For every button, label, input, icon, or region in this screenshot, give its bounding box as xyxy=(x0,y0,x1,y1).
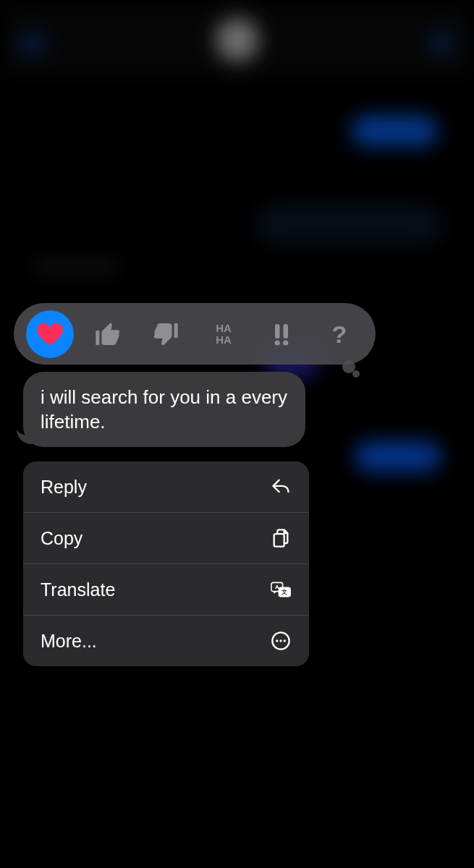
svg-point-3 xyxy=(275,340,280,345)
tapback-bar: HA HA ? xyxy=(14,303,376,365)
copy-docs-icon xyxy=(270,527,292,549)
menu-item-label: Copy xyxy=(41,528,82,549)
svg-point-14 xyxy=(279,639,282,642)
thumbs-down-icon xyxy=(151,320,180,349)
svg-text:A: A xyxy=(275,584,279,590)
menu-item-label: More... xyxy=(41,631,97,652)
svg-point-13 xyxy=(276,639,278,642)
double-exclamation-icon xyxy=(267,320,296,349)
menu-item-label: Reply xyxy=(41,477,87,498)
svg-text:?: ? xyxy=(332,320,347,348)
menu-item-more[interactable]: More... xyxy=(23,615,309,666)
selected-message-bubble[interactable]: i will search for you in a every lifetim… xyxy=(23,372,305,447)
svg-point-15 xyxy=(284,639,286,642)
ellipsis-circle-icon xyxy=(270,630,292,652)
tapback-haha[interactable]: HA HA xyxy=(200,310,247,358)
svg-text:文: 文 xyxy=(281,589,287,595)
svg-rect-2 xyxy=(275,324,280,339)
svg-point-5 xyxy=(283,340,288,345)
svg-text:HA: HA xyxy=(216,333,232,346)
tapback-exclaim[interactable] xyxy=(258,310,305,358)
tapback-question[interactable]: ? xyxy=(316,310,363,358)
message-context-menu: Reply Copy Translate A xyxy=(23,461,309,666)
menu-item-label: Translate xyxy=(41,579,115,600)
translate-icon: A 文 xyxy=(270,579,292,600)
menu-item-translate[interactable]: Translate A 文 xyxy=(23,563,309,615)
haha-icon: HA HA xyxy=(209,320,238,349)
message-text: i will search for you in a every lifetim… xyxy=(41,386,287,433)
menu-item-copy[interactable]: Copy xyxy=(23,512,309,563)
reply-arrow-icon xyxy=(270,476,292,498)
menu-item-reply[interactable]: Reply xyxy=(23,461,309,512)
svg-text:HA: HA xyxy=(216,322,232,334)
heart-icon xyxy=(35,320,64,349)
question-mark-icon: ? xyxy=(325,320,354,349)
thumbs-up-icon xyxy=(93,320,122,349)
tapback-heart[interactable] xyxy=(26,310,74,358)
tapback-thumbs-up[interactable] xyxy=(84,310,132,358)
svg-rect-7 xyxy=(274,534,284,547)
svg-rect-4 xyxy=(284,324,289,339)
tapback-thumbs-down[interactable] xyxy=(142,310,190,358)
